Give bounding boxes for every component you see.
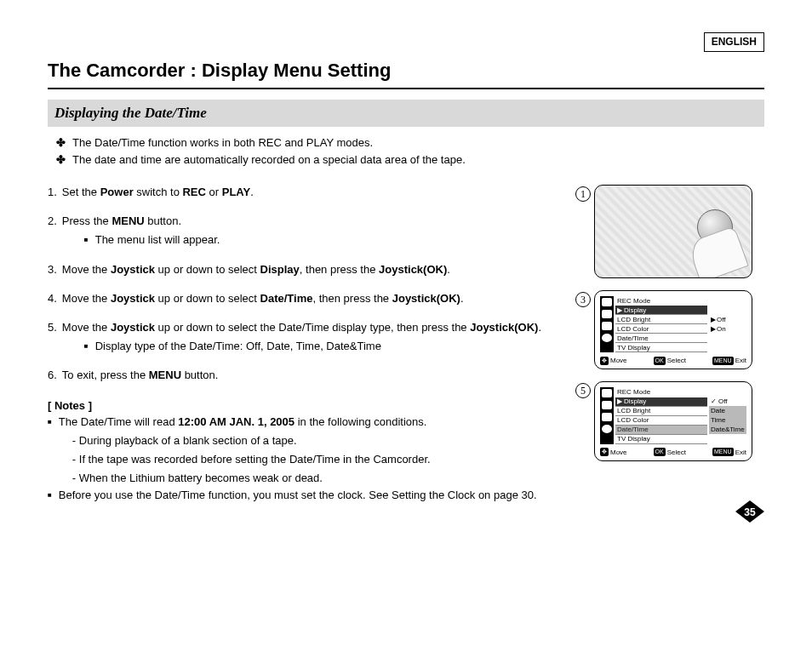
- camcorder-icon: [602, 310, 612, 318]
- ok-tag-icon: OK: [654, 357, 666, 365]
- steps-column: Set the Power switch to REC or PLAY. Pre…: [48, 185, 584, 506]
- figure-3: 3 REC Mode ▶Display LCD Bright: [594, 290, 764, 369]
- gear-icon: [602, 425, 612, 433]
- step-text: Move the Joystick up or down to select D…: [62, 292, 464, 305]
- menu-item: TV Display: [615, 435, 707, 444]
- step-text: Set the Power switch to REC or PLAY.: [62, 186, 254, 198]
- footer-move: Move: [610, 448, 627, 457]
- intro-line: The Date/Time function works in both REC…: [72, 135, 373, 151]
- notes-block: ■ The Date/Time will read 12:00 AM JAN. …: [48, 414, 584, 504]
- menu-item: ▶Display: [615, 306, 707, 315]
- arrow-right-icon: ▶: [711, 324, 716, 334]
- notes-heading: [ Notes ]: [48, 398, 584, 414]
- figures-column: 1 3: [594, 185, 764, 506]
- menu-option: Off: [709, 397, 746, 406]
- page-number: 35: [735, 506, 764, 520]
- note-sub: - When the Lithium battery becomes weak …: [72, 471, 431, 486]
- menu-option: Time: [709, 415, 746, 425]
- square-bullet-icon: ■: [84, 339, 89, 354]
- note-text: The Date/Time will read 12:00 AM JAN. 1,…: [59, 415, 427, 428]
- camera-icon: [602, 389, 612, 397]
- intro-block: ✤The Date/Time function works in both RE…: [56, 135, 764, 168]
- menu-tag-icon: MENU: [712, 357, 734, 365]
- note-sub: - If the tape was recorded before settin…: [72, 452, 431, 467]
- hand-icon: [686, 226, 748, 278]
- note-sub: - During playback of a blank section of …: [72, 433, 431, 449]
- gear-icon: [602, 334, 612, 342]
- figure-number-icon: 3: [575, 292, 591, 307]
- menu-screen-5: REC Mode ▶Display LCD Bright LCD Color D…: [594, 381, 752, 460]
- page-title: The Camcorder : Display Menu Setting: [48, 58, 764, 89]
- footer-select: Select: [667, 448, 686, 457]
- footer-select: Select: [667, 356, 686, 365]
- arrow-right-icon: ▶: [617, 306, 622, 315]
- figure-number-icon: 5: [575, 383, 591, 398]
- step-text: Move the Joystick up or down to select D…: [62, 263, 450, 276]
- section-heading: Displaying the Date/Time: [48, 100, 764, 127]
- menu-tag-icon: MENU: [712, 448, 734, 456]
- menu-item: Date/Time: [615, 426, 707, 435]
- menu-icon-column: [600, 387, 614, 443]
- menu-mode-label: REC Mode: [615, 387, 707, 397]
- step-text: Press the MENU button.: [62, 214, 181, 227]
- step-text: To exit, press the MENU button.: [62, 369, 219, 381]
- arrow-right-icon: ▶: [711, 315, 716, 324]
- intro-line: The date and time are automatically reco…: [72, 152, 466, 168]
- menu-item: LCD Bright: [615, 407, 707, 416]
- footer-move: Move: [610, 356, 627, 365]
- display-icon: [602, 322, 612, 330]
- menu-option: ▶On: [709, 324, 746, 334]
- footer-exit: Exit: [735, 356, 746, 365]
- square-bullet-icon: ■: [48, 414, 52, 487]
- figure-1: 1: [594, 185, 764, 278]
- arrow-right-icon: ▶: [617, 397, 622, 406]
- joystick-icon: ✥: [600, 357, 609, 365]
- menu-item: ▶Display: [615, 397, 707, 407]
- menu-item: TV Display: [615, 343, 707, 352]
- display-icon: [602, 413, 612, 421]
- menu-item: LCD Bright: [615, 315, 707, 324]
- step-sub: The menu list will appear.: [95, 232, 220, 248]
- square-bullet-icon: ■: [84, 232, 89, 248]
- bullet-icon: ✤: [56, 135, 66, 151]
- menu-screen-3: REC Mode ▶Display LCD Bright LCD Color D…: [594, 290, 752, 369]
- menu-option: Date&Time: [709, 425, 746, 434]
- bullet-icon: ✤: [56, 152, 66, 168]
- menu-icon-column: [600, 296, 614, 352]
- language-tag: ENGLISH: [704, 32, 764, 52]
- step-sub: Display type of the Date/Time: Off, Date…: [95, 339, 381, 354]
- figure-5: 5 REC Mode ▶Display LCD Bright: [594, 381, 764, 460]
- camera-icon: [602, 298, 612, 306]
- camcorder-photo: [594, 185, 752, 278]
- menu-item: Date/Time: [615, 334, 707, 343]
- ok-tag-icon: OK: [654, 448, 666, 456]
- menu-option: Date: [709, 406, 746, 415]
- camcorder-icon: [602, 401, 612, 409]
- menu-mode-label: REC Mode: [615, 296, 707, 306]
- footer-exit: Exit: [735, 448, 746, 457]
- menu-item: LCD Color: [615, 324, 707, 334]
- square-bullet-icon: ■: [48, 488, 52, 503]
- page-number-badge: 35: [735, 500, 764, 523]
- menu-option: ▶Off: [709, 315, 746, 324]
- menu-item: LCD Color: [615, 416, 707, 426]
- figure-number-icon: 1: [575, 186, 591, 202]
- step-text: Move the Joystick up or down to select t…: [62, 321, 541, 334]
- note-text: Before you use the Date/Time function, y…: [59, 488, 537, 503]
- joystick-icon: ✥: [600, 448, 609, 456]
